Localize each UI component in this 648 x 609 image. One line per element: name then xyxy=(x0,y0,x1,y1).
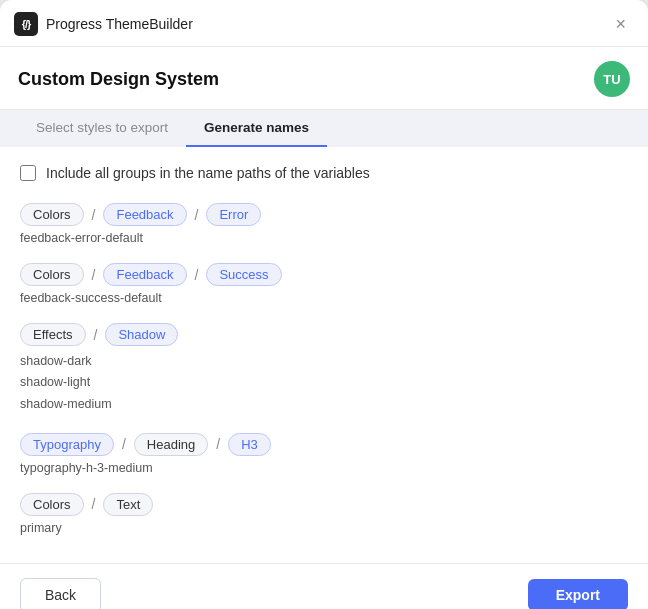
tag-row: Colors / Text xyxy=(20,493,628,516)
subtext-shadow-dark: shadow-dark xyxy=(20,351,628,372)
separator: / xyxy=(90,496,98,512)
separator: / xyxy=(90,267,98,283)
checkbox-row: Include all groups in the name paths of … xyxy=(20,165,628,181)
group-subtexts: shadow-dark shadow-light shadow-medium xyxy=(20,351,628,415)
app-window: {/} Progress ThemeBuilder × Custom Desig… xyxy=(0,0,648,609)
group-colors-text: Colors / Text primary xyxy=(20,493,628,535)
tag-colors: Colors xyxy=(20,203,84,226)
subtext-shadow-medium: shadow-medium xyxy=(20,394,628,415)
footer: Back Export xyxy=(0,563,648,609)
checkbox-label: Include all groups in the name paths of … xyxy=(46,165,370,181)
titlebar-left: {/} Progress ThemeBuilder xyxy=(14,12,193,36)
tab-select-styles[interactable]: Select styles to export xyxy=(18,110,186,147)
include-groups-checkbox[interactable] xyxy=(20,165,36,181)
separator: / xyxy=(120,436,128,452)
export-button[interactable]: Export xyxy=(528,579,628,609)
avatar: TU xyxy=(594,61,630,97)
close-button[interactable]: × xyxy=(611,13,630,35)
separator: / xyxy=(92,327,100,343)
header: Custom Design System TU xyxy=(0,47,648,110)
group-subtext: feedback-error-default xyxy=(20,231,628,245)
group-subtext: typography-h-3-medium xyxy=(20,461,628,475)
tag-error: Error xyxy=(206,203,261,226)
tag-feedback: Feedback xyxy=(103,203,186,226)
separator: / xyxy=(193,267,201,283)
group-colors-feedback-error: Colors / Feedback / Error feedback-error… xyxy=(20,203,628,245)
tag-colors: Colors xyxy=(20,493,84,516)
tag-colors: Colors xyxy=(20,263,84,286)
group-typography-heading-h3: Typography / Heading / H3 typography-h-3… xyxy=(20,433,628,475)
tab-generate-names[interactable]: Generate names xyxy=(186,110,327,147)
tag-row: Typography / Heading / H3 xyxy=(20,433,628,456)
tag-heading: Heading xyxy=(134,433,208,456)
tag-h3: H3 xyxy=(228,433,271,456)
separator: / xyxy=(90,207,98,223)
group-subtext: feedback-success-default xyxy=(20,291,628,305)
tag-row: Colors / Feedback / Success xyxy=(20,263,628,286)
back-button[interactable]: Back xyxy=(20,578,101,609)
tag-effects: Effects xyxy=(20,323,86,346)
tabs-bar: Select styles to export Generate names xyxy=(0,110,648,147)
tag-success: Success xyxy=(206,263,281,286)
app-title: Progress ThemeBuilder xyxy=(46,16,193,32)
group-colors-feedback-success: Colors / Feedback / Success feedback-suc… xyxy=(20,263,628,305)
tag-feedback: Feedback xyxy=(103,263,186,286)
tag-row: Effects / Shadow xyxy=(20,323,628,346)
tag-typography: Typography xyxy=(20,433,114,456)
design-system-title: Custom Design System xyxy=(18,69,219,90)
tag-row: Colors / Feedback / Error xyxy=(20,203,628,226)
separator: / xyxy=(193,207,201,223)
separator: / xyxy=(214,436,222,452)
titlebar: {/} Progress ThemeBuilder × xyxy=(0,0,648,47)
app-logo-icon: {/} xyxy=(14,12,38,36)
subtext-shadow-light: shadow-light xyxy=(20,372,628,393)
tag-shadow: Shadow xyxy=(105,323,178,346)
group-subtext: primary xyxy=(20,521,628,535)
group-effects-shadow: Effects / Shadow shadow-dark shadow-ligh… xyxy=(20,323,628,415)
tag-text: Text xyxy=(103,493,153,516)
content-area: Include all groups in the name paths of … xyxy=(0,147,648,563)
